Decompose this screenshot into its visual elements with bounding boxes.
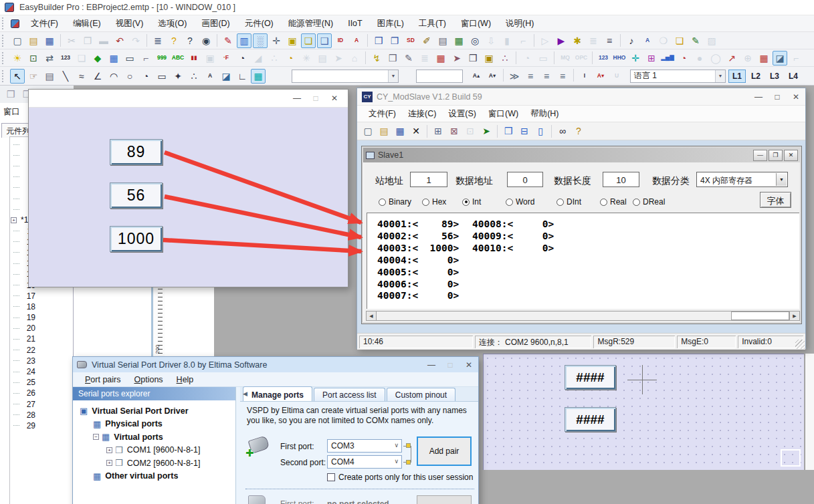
layer-button-l1[interactable]: L1 (728, 70, 746, 83)
menu-l[interactable]: 图库(L) (370, 15, 411, 32)
window-tree-item-23[interactable]: 23 (10, 356, 73, 366)
cascade-windows-icon[interactable]: ❒ (501, 124, 516, 138)
expand-icon[interactable]: + (106, 460, 112, 466)
screen-search-icon[interactable]: ◎ (468, 33, 482, 48)
toggle-switch-icon[interactable]: ◆ (90, 51, 105, 66)
draw-arc-icon[interactable]: ◠ (106, 69, 121, 84)
selection-handle[interactable] (781, 449, 801, 467)
radio-icon[interactable] (462, 199, 470, 206)
ascii-display-icon[interactable]: ABC (171, 51, 185, 66)
numeric-display-widget[interactable]: #### (565, 407, 616, 432)
align-left-icon[interactable]: ≡ (523, 69, 538, 84)
disabled-action-button[interactable] (417, 495, 472, 504)
minimize-icon[interactable]: — (422, 359, 441, 371)
modslave-menu-h[interactable]: 帮助(H) (524, 106, 565, 122)
modslave-menu-c[interactable]: 连接(C) (402, 106, 442, 122)
menu-t[interactable]: 工具(T) (411, 15, 453, 32)
align-center-icon[interactable]: ≡ (539, 69, 554, 84)
delete-slave-icon[interactable]: ✕ (409, 124, 423, 138)
link-add-icon[interactable]: ⊞ (431, 124, 445, 138)
window-tree-item-22[interactable]: 22 (10, 345, 73, 356)
calendar-table-icon[interactable]: ▦ (433, 51, 448, 66)
close-icon[interactable]: ✕ (325, 92, 344, 104)
close-icon[interactable]: ✕ (784, 150, 798, 161)
grid-toggle-icon[interactable]: ░ (253, 33, 268, 48)
function-key-icon[interactable]: ⌐ (138, 51, 153, 66)
window-tree-item-29[interactable]: 29 (10, 420, 73, 431)
address-memo-icon[interactable]: ❑ (317, 33, 332, 48)
tree-item-com2[interactable]: +❒COM2 [9600-N-8-1] (73, 457, 235, 470)
window-tree-item-21[interactable]: 21 (10, 334, 73, 344)
window-tree-item-25[interactable]: 25 (10, 377, 73, 388)
bar-graph-icon[interactable]: ▂▅▇ (660, 51, 675, 66)
radio-icon[interactable] (379, 199, 386, 206)
tab-manage-ports[interactable]: Manage ports (243, 386, 312, 401)
modslave-menu-f[interactable]: 文件(F) (363, 106, 402, 122)
event-log-icon[interactable]: ↯ (369, 51, 384, 66)
table-tool-icon[interactable]: ▦ (251, 69, 266, 84)
modslave-menu-s[interactable]: 设置(S) (442, 106, 482, 122)
tree-item-virtual[interactable]: ▣Virtual Serial Port Driver (73, 404, 235, 418)
numeric-display-icon[interactable]: 999 (155, 51, 169, 66)
window-tree-item-17[interactable]: 17 (10, 291, 73, 301)
picture-view-icon[interactable]: ◪ (773, 51, 787, 66)
window-tree-item-18[interactable]: 18 (10, 301, 73, 312)
menu-d[interactable]: 画图(D) (194, 15, 237, 32)
draw-spray-icon[interactable]: ∴ (187, 69, 201, 84)
draw-bezier-icon[interactable]: ≈ (74, 69, 89, 84)
design-canvas[interactable]: ######## (483, 354, 804, 470)
menu-w[interactable]: 窗口(W) (453, 15, 498, 32)
dock-window-prev-icon[interactable]: ❒ (3, 87, 18, 102)
draw-polygon-icon[interactable]: ✦ (171, 69, 185, 84)
find-icon[interactable]: ∞ (555, 124, 570, 138)
layer-button-l3[interactable]: L3 (766, 70, 783, 83)
tree-item-com1[interactable]: +❒COM1 [9600-N-8-1] (73, 444, 235, 457)
collapse-panel-icon[interactable]: ◀ (243, 390, 247, 397)
radio-int[interactable]: Int (462, 197, 481, 207)
slave1-titlebar[interactable]: Slave1 — ❐ ✕ (363, 148, 800, 162)
font-button[interactable]: 字体 (760, 192, 791, 208)
close-icon[interactable]: ✕ (787, 91, 805, 103)
vspd-titlebar[interactable]: Virtual Serial Port Driver 8.0 by Eltima… (73, 357, 478, 372)
trend-display-icon[interactable]: ↗ (724, 51, 739, 66)
build-download-icon[interactable]: ≡ (602, 33, 617, 48)
meter-display-icon[interactable]: ◔ (676, 51, 691, 66)
online-simulation-icon[interactable]: ▶ (554, 33, 569, 48)
tab-port-access-list[interactable]: Port access list (314, 388, 385, 401)
radio-icon[interactable] (556, 199, 564, 206)
barcode-icon[interactable]: ▮▮ (187, 51, 201, 66)
radio-word[interactable]: Word (506, 197, 534, 207)
pen-icon[interactable]: ✎ (221, 33, 235, 48)
draw-pie-icon[interactable]: ◔ (138, 69, 153, 84)
text-direction-icon[interactable]: ≫ (507, 69, 522, 84)
checkbox-icon[interactable] (327, 473, 335, 481)
flow-block-icon[interactable]: ⊞ (644, 51, 659, 66)
display-hho-icon[interactable]: HHO (612, 51, 627, 66)
modslave-titlebar[interactable]: CY CY_ModSlave V1.2 Build 59 — □ ✕ (357, 88, 805, 106)
help-icon[interactable]: ? (167, 33, 181, 48)
radio-icon[interactable] (506, 199, 513, 206)
text-document-icon[interactable]: ▤ (435, 33, 450, 48)
second-port-combo[interactable]: COM4∨ (327, 455, 402, 469)
macro-editor-icon[interactable]: ✐ (419, 33, 434, 48)
font-color-icon[interactable]: A▾ (593, 69, 608, 84)
help-icon[interactable]: ? (571, 124, 586, 138)
print-icon[interactable]: ≣ (150, 33, 165, 48)
timer-icon[interactable]: ◔ (235, 51, 249, 66)
menu-o[interactable]: 选项(O) (150, 15, 194, 32)
tile-horizontal-icon[interactable]: ⊟ (517, 124, 532, 138)
set-bit-icon[interactable]: ⇄ (42, 51, 57, 66)
draw-polyline-icon[interactable]: ∠ (90, 69, 105, 84)
expand-icon[interactable]: + (106, 447, 112, 453)
tree-item-physical[interactable]: ▦Physical ports (73, 418, 235, 431)
font-enlarge-icon[interactable]: A▴ (469, 69, 484, 84)
show-id-icon[interactable]: ID (333, 33, 348, 48)
bit-lamp-icon[interactable]: ☀ (10, 51, 25, 66)
scrollbar-thumb[interactable] (731, 311, 789, 320)
tree-item-virtual[interactable]: −▦Virtual ports (73, 430, 235, 444)
radio-hex[interactable]: Hex (422, 197, 446, 207)
connect-icon[interactable]: ➤ (479, 124, 494, 138)
window-tree-item-26[interactable]: 26 (10, 388, 73, 398)
pills-icon[interactable]: ∴ (498, 51, 512, 66)
easybuilder-titlebar[interactable]: EasyBuilder Pro : EBProject2.emtp - [10 … (0, 0, 814, 15)
